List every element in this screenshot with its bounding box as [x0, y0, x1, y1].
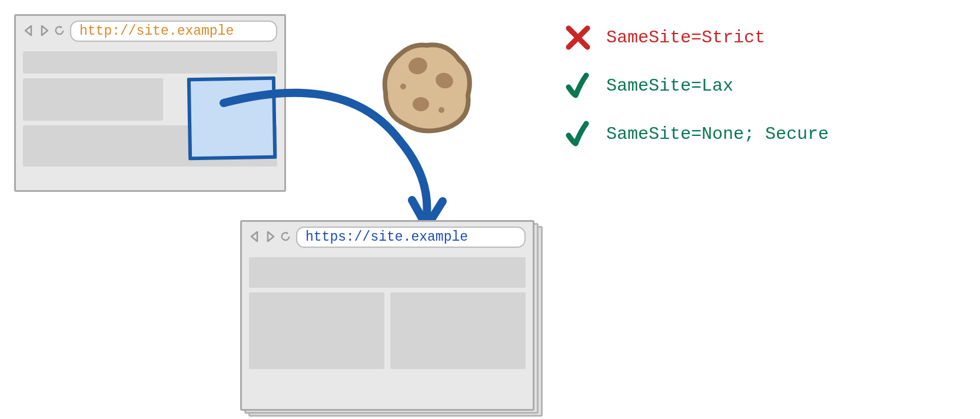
- check-icon: [564, 120, 592, 148]
- svg-point-4: [438, 107, 444, 113]
- forward-icon: [38, 24, 50, 39]
- samesite-label: SameSite=Lax: [606, 76, 733, 96]
- browser-window-target: https://site.example: [240, 220, 534, 411]
- browser-content: [242, 252, 533, 381]
- url-bar-target: https://site.example: [296, 227, 526, 248]
- check-icon: [564, 72, 592, 100]
- samesite-attribute-list: SameSite=Strict SameSite=Lax SameSite=No…: [564, 24, 829, 168]
- reload-icon: [54, 24, 65, 39]
- content-placeholder: [23, 78, 163, 121]
- svg-point-2: [413, 97, 429, 111]
- content-placeholder: [23, 51, 277, 74]
- url-bar-source: http://site.example: [70, 21, 277, 42]
- cookie-icon: [377, 36, 477, 137]
- browser-window-source: http://site.example: [14, 14, 286, 192]
- cross-icon: [564, 24, 592, 52]
- content-placeholder: [249, 257, 526, 288]
- content-placeholder: [249, 292, 384, 369]
- svg-point-3: [400, 84, 406, 89]
- browser-window-target-stack: https://site.example: [240, 220, 534, 411]
- forward-icon: [264, 230, 276, 245]
- back-icon: [249, 230, 261, 245]
- cross-site-link-box: [187, 77, 277, 161]
- content-placeholder: [390, 292, 526, 369]
- browser-toolbar: http://site.example: [16, 16, 284, 46]
- back-icon: [23, 24, 35, 39]
- samesite-label: SameSite=Strict: [606, 28, 765, 48]
- reload-icon: [280, 230, 291, 245]
- samesite-item-lax: SameSite=Lax: [564, 72, 829, 100]
- nav-icons: [249, 230, 291, 245]
- samesite-item-strict: SameSite=Strict: [564, 24, 829, 52]
- nav-icons: [23, 24, 65, 39]
- browser-toolbar: https://site.example: [242, 222, 533, 252]
- samesite-label: SameSite=None; Secure: [606, 124, 829, 144]
- samesite-item-none: SameSite=None; Secure: [564, 120, 829, 148]
